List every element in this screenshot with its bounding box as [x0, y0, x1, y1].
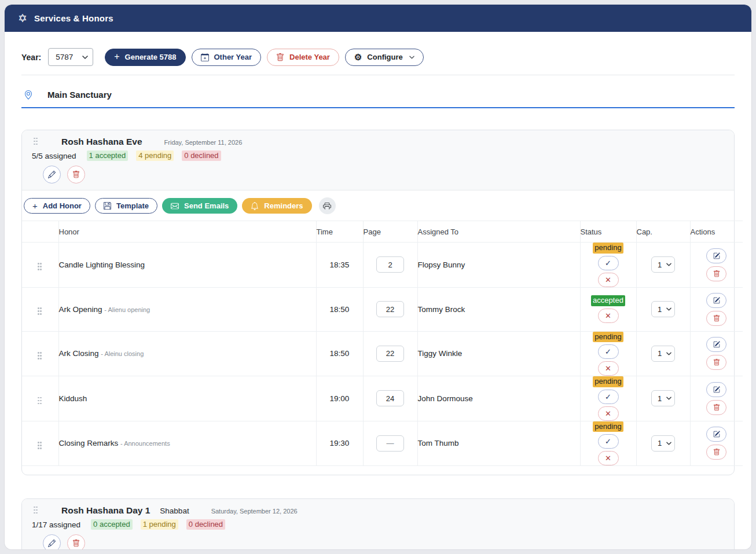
status-badge: pending: [593, 376, 623, 387]
page-input[interactable]: [376, 346, 404, 362]
delete-honor-button[interactable]: [706, 266, 726, 281]
x-icon: ✕: [605, 311, 611, 320]
configure-button[interactable]: ⚙ Configure: [345, 49, 424, 66]
drag-handle-icon[interactable]: [34, 507, 38, 515]
year-label: Year:: [21, 53, 41, 62]
delete-event-button[interactable]: [67, 534, 85, 549]
chevron-down-icon: [409, 56, 414, 59]
accept-button[interactable]: ✓: [598, 390, 619, 404]
accept-button[interactable]: ✓: [598, 256, 619, 270]
page-input[interactable]: [376, 435, 404, 452]
print-button[interactable]: [319, 197, 336, 214]
capacity-select[interactable]: 1: [651, 301, 675, 317]
location-pin-icon: [24, 90, 33, 100]
decline-button[interactable]: ✕: [598, 361, 619, 376]
drag-handle-icon[interactable]: [38, 352, 42, 361]
reminders-button[interactable]: Reminders: [242, 198, 311, 214]
trash-icon: [713, 315, 720, 322]
status-badge: pending: [593, 243, 623, 254]
event-header: Rosh Hashana Eve Friday, September 11, 2…: [22, 130, 734, 190]
honor-time: 19:30: [316, 421, 363, 466]
x-icon: ✕: [605, 276, 611, 284]
edit-honor-button[interactable]: [706, 248, 726, 263]
page-input[interactable]: [376, 256, 404, 273]
col-honor: Honor: [58, 221, 316, 243]
gear-icon: ⚙: [354, 53, 362, 61]
capacity-select[interactable]: 1: [651, 346, 675, 362]
trash-icon: [713, 449, 720, 456]
decline-button[interactable]: ✕: [598, 406, 619, 421]
drag-handle-icon[interactable]: [34, 138, 38, 146]
col-cap: Cap.: [636, 221, 690, 243]
pending-chip: 1 pending: [141, 519, 178, 530]
x-icon: ✕: [605, 364, 611, 373]
col-actions: Actions: [690, 221, 743, 243]
capacity-select[interactable]: 1: [651, 435, 675, 452]
delete-honor-button[interactable]: [706, 355, 726, 370]
trash-icon: [713, 270, 720, 277]
send-emails-button[interactable]: Send Emails: [162, 198, 237, 214]
add-honor-button[interactable]: + Add Honor: [24, 198, 90, 214]
edit-event-button[interactable]: [43, 534, 61, 549]
honor-time: 18:50: [316, 287, 363, 331]
page-input[interactable]: [376, 301, 404, 317]
decline-button[interactable]: ✕: [598, 273, 619, 287]
drag-handle-icon[interactable]: [38, 442, 42, 450]
envelope-icon: [171, 202, 179, 210]
accept-button[interactable]: ✓: [598, 434, 619, 449]
delete-event-button[interactable]: [67, 166, 85, 184]
col-status: Status: [580, 221, 636, 243]
check-icon: ✓: [605, 259, 611, 267]
generate-year-button[interactable]: + Generate 5788: [105, 49, 185, 66]
x-icon: ✕: [605, 454, 611, 463]
event-date: Saturday, September 12, 2026: [211, 508, 298, 515]
delete-honor-button[interactable]: [706, 400, 726, 415]
honor-subtitle: - Announcements: [120, 440, 170, 447]
table-row: Kiddush 19:00 John Dormouse pending ✓ ✕ …: [22, 376, 743, 421]
honor-time: 19:00: [316, 376, 363, 421]
edit-honor-button[interactable]: [706, 427, 726, 442]
calendar-plus-icon: [201, 53, 209, 61]
edit-event-button[interactable]: [43, 166, 61, 184]
status-badge: accepted: [591, 295, 625, 306]
col-page: Page: [363, 221, 417, 243]
declined-chip: 0 declined: [186, 519, 225, 530]
col-drag: [22, 221, 58, 243]
honor-name: Closing Remarks: [59, 439, 119, 447]
capacity-select[interactable]: 1: [651, 390, 675, 406]
plus-icon: +: [114, 52, 119, 61]
decline-button[interactable]: ✕: [598, 451, 619, 465]
x-icon: ✕: [605, 409, 611, 418]
pencil-square-icon: [713, 252, 720, 259]
other-year-button[interactable]: Other Year: [192, 49, 262, 66]
drag-handle-icon[interactable]: [38, 307, 42, 316]
drag-handle-icon[interactable]: [38, 263, 42, 272]
capacity-select[interactable]: 1: [651, 256, 675, 273]
check-icon: ✓: [605, 437, 611, 446]
assigned-to-name: John Dormouse: [417, 376, 580, 421]
edit-honor-button[interactable]: [706, 382, 726, 397]
decline-button[interactable]: ✕: [598, 309, 619, 323]
table-row: Candle Lighting Blessing 18:35 Flopsy Bu…: [22, 243, 743, 288]
check-icon: ✓: [605, 392, 611, 401]
delete-year-button[interactable]: Delete Year: [267, 49, 339, 66]
edit-honor-button[interactable]: [706, 293, 726, 308]
event-card-rosh-hashana-day-1: Rosh Hashana Day 1 Shabbat Saturday, Sep…: [21, 498, 735, 549]
honor-name: Candle Lighting Blessing: [59, 261, 145, 269]
edit-honor-button[interactable]: [706, 337, 726, 352]
drag-handle-icon[interactable]: [38, 397, 42, 406]
trash-icon: [72, 540, 80, 547]
assigned-to-name: Tommy Brock: [417, 287, 580, 331]
honor-time: 18:50: [316, 331, 363, 376]
honors-table: Honor Time Page Assigned To Status Cap. …: [22, 221, 743, 466]
accept-button[interactable]: ✓: [598, 344, 619, 359]
year-select[interactable]: 5787: [48, 48, 93, 66]
delete-honor-button[interactable]: [706, 311, 726, 326]
page-input[interactable]: [376, 390, 404, 406]
delete-honor-button[interactable]: [706, 445, 726, 460]
app-header: ✡ Services & Honors: [5, 5, 751, 32]
table-row: Ark Closing - Aleinu closing 18:50 Tiggy…: [22, 331, 743, 376]
template-button[interactable]: Template: [95, 198, 157, 214]
status-badge: pending: [593, 332, 623, 343]
check-icon: ✓: [605, 347, 611, 356]
